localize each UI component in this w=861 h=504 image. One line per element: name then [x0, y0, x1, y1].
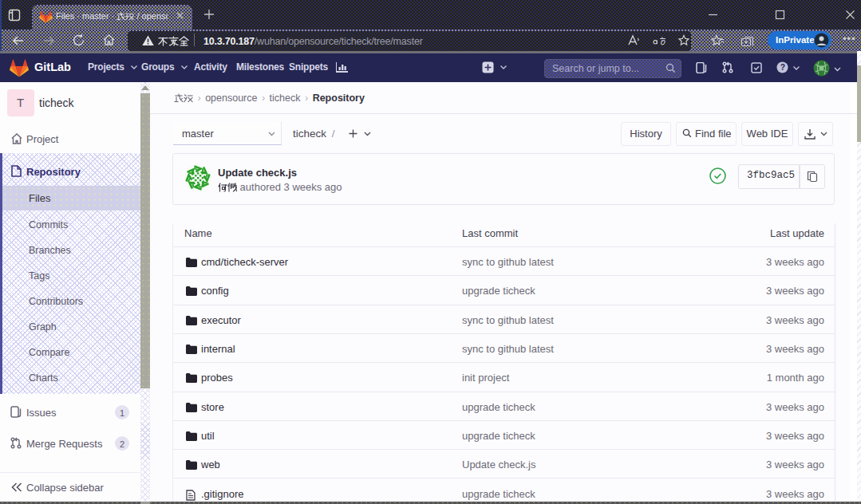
svg-text:?: ?	[780, 63, 785, 72]
